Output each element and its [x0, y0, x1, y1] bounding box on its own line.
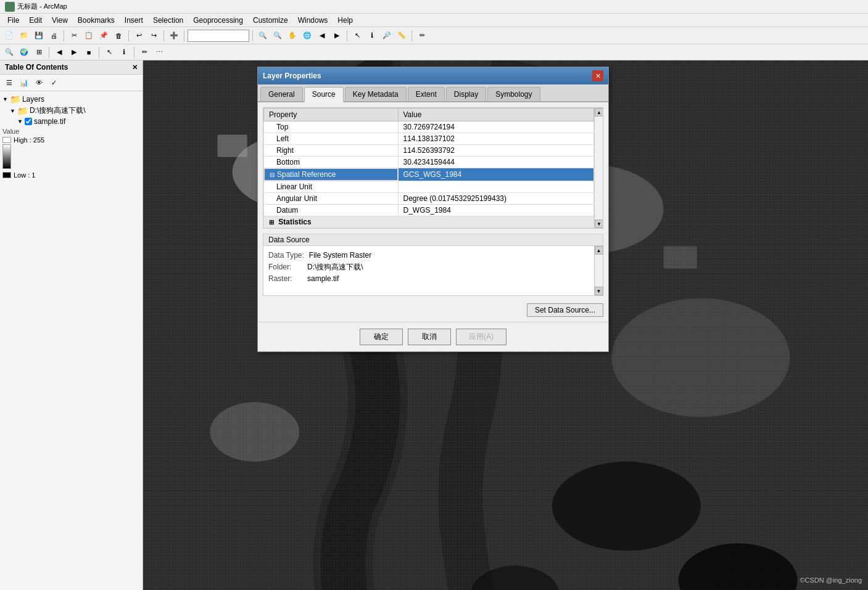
scale-input[interactable]: 1:153, 337 — [188, 30, 249, 42]
ds-scroll-down[interactable]: ▼ — [595, 287, 603, 295]
apply-btn[interactable]: 应用(A) — [456, 329, 506, 345]
row-angular-unit: Angular Unit Degree (0.0174532925199433) — [264, 193, 594, 205]
copy-btn[interactable]: 📋 — [82, 29, 96, 43]
open-btn[interactable]: 📁 — [17, 29, 31, 43]
print-btn[interactable]: 🖨 — [47, 29, 60, 43]
angular-unit-label: Angular Unit — [264, 193, 399, 205]
back-btn[interactable]: ◀ — [315, 29, 329, 43]
menu-selection[interactable]: Selection — [148, 15, 188, 26]
sep7 — [411, 30, 412, 41]
delete-btn[interactable]: 🗑 — [112, 29, 125, 43]
editor-btn[interactable]: ✏ — [415, 29, 429, 43]
dialog-tabs: General Source Key Metadata Extent Displ… — [258, 84, 608, 102]
folder-row: Folder: D:\搜狗高速下载\ — [268, 261, 590, 273]
layer-checkbox[interactable] — [25, 118, 32, 125]
menu-file[interactable]: File — [2, 15, 24, 26]
data-type-value: File System Raster — [309, 250, 371, 261]
row-spatial-ref[interactable]: ⊟ Spatial Reference GCS_WGS_1984 — [264, 168, 594, 181]
app-icon — [5, 2, 15, 12]
main-toolbar: 📄 📁 💾 🖨 ✂ 📋 📌 🗑 ↩ ↪ ➕ 1:153, 337 🔍 🔍 ✋ 🌐… — [0, 27, 868, 44]
menu-view[interactable]: View — [47, 15, 73, 26]
data-type-row: Data Type: File System Raster — [268, 250, 590, 261]
sketch-btn[interactable]: ✏ — [138, 46, 151, 59]
sep6 — [347, 30, 347, 41]
sample-tif-item[interactable]: ▼ sample.tif — [17, 117, 140, 126]
map-watermark: ©CSDN @ing_ziong — [800, 576, 862, 584]
find-btn[interactable]: 🔎 — [380, 29, 394, 43]
layer-folder-expand-icon[interactable]: ▼ — [10, 108, 15, 114]
menu-windows[interactable]: Windows — [293, 15, 333, 26]
ok-btn[interactable]: 确定 — [360, 329, 403, 345]
menu-bar: File Edit View Bookmarks Insert Selectio… — [0, 14, 868, 27]
linear-unit-label: Linear Unit — [264, 181, 399, 193]
sample-expand-icon[interactable]: ▼ — [17, 118, 23, 125]
tab-general[interactable]: General — [260, 87, 303, 101]
toc-sel-btn[interactable]: ✓ — [47, 76, 60, 89]
layer-folder-icon: 📁 — [17, 106, 28, 116]
new-btn[interactable]: 📄 — [2, 29, 16, 43]
tab-extent[interactable]: Extent — [408, 87, 445, 101]
angular-unit-value: Degree (0.0174532925199433) — [398, 193, 594, 205]
prop-table-wrapper: Property Value Top 30.7269724194 — [263, 107, 603, 229]
toc-vis-btn[interactable]: 👁 — [32, 76, 46, 89]
zoom-in-btn[interactable]: 🔍 — [256, 29, 270, 43]
tab-display[interactable]: Display — [446, 87, 486, 101]
cancel-btn[interactable]: 取消 — [408, 329, 451, 345]
undo-btn[interactable]: ↩ — [132, 29, 146, 43]
set-datasource-btn[interactable]: Set Data Source... — [527, 303, 603, 317]
gradient-swatch — [2, 144, 11, 169]
grid-btn[interactable]: ⊞ — [32, 46, 46, 59]
redo-btn[interactable]: ↪ — [147, 29, 160, 43]
top-value: 30.7269724194 — [398, 121, 594, 133]
tab-source[interactable]: Source — [304, 87, 344, 102]
dialog-close-btn[interactable]: ✕ — [592, 70, 603, 81]
forward-btn[interactable]: ▶ — [330, 29, 344, 43]
select-btn[interactable]: ↖ — [350, 29, 364, 43]
low-swatch — [2, 172, 11, 178]
add-data-btn[interactable]: ➕ — [167, 29, 181, 43]
datasource-scrollbar[interactable]: ▲ ▼ — [594, 246, 603, 295]
menu-geoprocessing[interactable]: Geoprocessing — [188, 15, 248, 26]
left-value: 114.138137102 — [398, 133, 594, 145]
tab-key-metadata[interactable]: Key Metadata — [345, 87, 407, 101]
tab-symbology[interactable]: Symbology — [487, 87, 540, 101]
layers-label: Layers — [22, 95, 44, 104]
low-row: Low : 1 — [2, 171, 140, 179]
menu-bookmarks[interactable]: Bookmarks — [73, 15, 120, 26]
identify-btn[interactable]: ℹ — [365, 29, 379, 43]
layers-group[interactable]: ▼ 📁 Layers — [2, 94, 140, 105]
arrow-btn[interactable]: ↖ — [102, 46, 116, 59]
info-btn[interactable]: ℹ — [117, 46, 131, 59]
linear-unit-value — [398, 181, 594, 193]
sep5 — [252, 30, 253, 41]
cut-btn[interactable]: ✂ — [67, 29, 81, 43]
ds-scroll-up[interactable]: ▲ — [595, 246, 603, 255]
scroll-up-btn[interactable]: ▲ — [595, 108, 603, 117]
nav-stop-btn[interactable]: ■ — [82, 46, 96, 59]
nav-back-btn[interactable]: ◀ — [52, 46, 66, 59]
zoom-fixed-btn[interactable]: 🔍 — [2, 46, 16, 59]
more-btn[interactable]: ⋯ — [152, 46, 166, 59]
table-scrollbar[interactable]: ▲ ▼ — [594, 108, 603, 228]
set-datasource-row: Set Data Source... — [263, 300, 603, 317]
menu-edit[interactable]: Edit — [24, 15, 47, 26]
measure-btn[interactable]: 📏 — [395, 29, 408, 43]
save-btn[interactable]: 💾 — [32, 29, 46, 43]
zoom-out-btn[interactable]: 🔍 — [271, 29, 284, 43]
menu-customize[interactable]: Customize — [248, 15, 293, 26]
paste-btn[interactable]: 📌 — [97, 29, 110, 43]
pan-btn[interactable]: ✋ — [286, 29, 299, 43]
sample-tif-label: sample.tif — [34, 117, 65, 126]
toc-source-btn[interactable]: 📊 — [17, 76, 31, 89]
menu-help[interactable]: Help — [333, 15, 358, 26]
toc-close-btn[interactable]: ✕ — [132, 64, 138, 72]
menu-insert[interactable]: Insert — [120, 15, 148, 26]
globe-btn[interactable]: 🌍 — [17, 46, 31, 59]
nav-fwd-btn[interactable]: ▶ — [67, 46, 81, 59]
layer-folder-item[interactable]: ▼ 📁 D:\搜狗高速下载\ — [10, 105, 140, 117]
high-row: High : 255 — [2, 136, 140, 144]
scroll-down-btn[interactable]: ▼ — [595, 219, 603, 228]
layers-expand-icon[interactable]: ▼ — [2, 96, 8, 102]
toc-list-btn[interactable]: ☰ — [2, 76, 16, 89]
full-extent-btn[interactable]: 🌐 — [300, 29, 314, 43]
